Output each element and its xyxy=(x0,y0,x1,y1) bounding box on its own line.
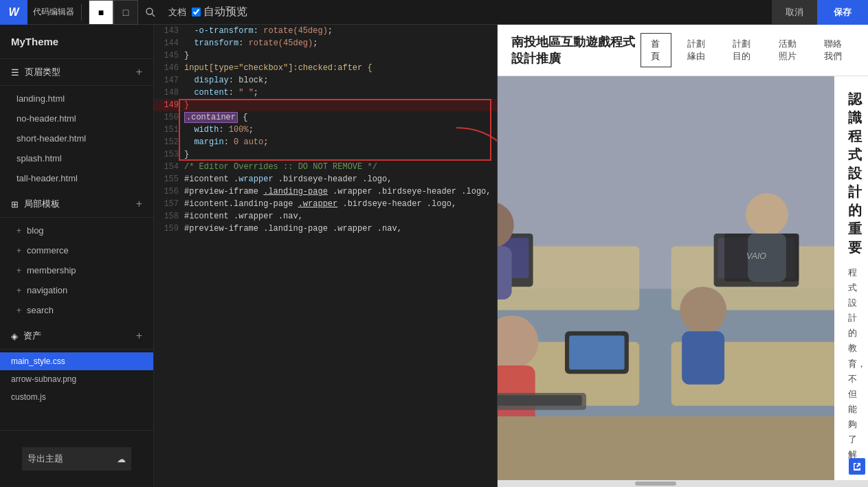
preview-nav: 首頁 計劃緣由 計劃目的 活動照片 聯絡我們 xyxy=(641,33,854,67)
plus-icon: + xyxy=(16,306,21,315)
assets-icon: ◈ xyxy=(11,331,18,341)
item-label: splash.html xyxy=(16,153,62,163)
sidebar: MyTheme ☰ 页眉类型 + landing.html no-header.… xyxy=(0,25,154,487)
sidebar-item-commerce[interactable]: + commerce xyxy=(0,240,153,260)
line-num: 143 xyxy=(157,25,179,37)
theme-name: MyTheme xyxy=(0,25,153,59)
code-line-151: 151 width: 100%; xyxy=(154,124,497,136)
line-num: 146 xyxy=(157,62,179,74)
line-num: 149 xyxy=(157,99,179,111)
code-editor[interactable]: 143 -o-transform: rotate(45deg); 144 tra… xyxy=(154,25,498,487)
cancel-button[interactable]: 取消 xyxy=(772,0,817,25)
item-label: commerce xyxy=(27,245,69,256)
code-content: .container { xyxy=(184,111,247,124)
plus-icon: + xyxy=(16,266,21,275)
code-content: #icontent.landing-page .wrapper .birdsey… xyxy=(184,198,456,210)
nav-item-photos[interactable]: 活動照片 xyxy=(768,33,809,67)
svg-rect-16 xyxy=(498,247,512,299)
auto-preview-toggle[interactable]: 自动预览 xyxy=(192,5,247,19)
sidebar-section-assets[interactable]: ◈ 资产 + xyxy=(0,323,153,350)
export-section: 导出主题 ☁ xyxy=(0,430,153,487)
sidebar-asset-custom-js[interactable]: custom.js xyxy=(0,388,153,406)
page-types-label: 页眉类型 xyxy=(25,66,60,78)
line-num: 159 xyxy=(157,223,179,235)
toolbar-search-btn[interactable] xyxy=(138,0,163,25)
external-link-btn[interactable] xyxy=(849,458,865,475)
plus-icon: + xyxy=(16,226,21,236)
sidebar-item-navigation[interactable]: + navigation xyxy=(0,280,153,300)
article-title: 認識程式設計的重要 xyxy=(848,90,854,257)
preview-image: VAIO xyxy=(498,76,834,480)
line-num: 147 xyxy=(157,74,179,87)
code-content: } xyxy=(184,99,189,111)
code-content: #icontent .wrapper .birdseye-header .log… xyxy=(184,173,392,185)
sidebar-item-tall-header[interactable]: tall-header.html xyxy=(0,168,153,188)
sidebar-item-short-header[interactable]: short-header.html xyxy=(0,128,153,148)
sidebar-asset-main-style[interactable]: main_style.css xyxy=(0,352,153,370)
export-label: 导出主题 xyxy=(27,453,63,465)
line-num: 144 xyxy=(157,37,179,49)
assets-add-btn[interactable]: + xyxy=(136,330,142,342)
export-theme-button[interactable]: 导出主题 ☁ xyxy=(22,447,131,471)
main-layout: MyTheme ☰ 页眉类型 + landing.html no-header.… xyxy=(0,25,868,487)
line-num: 152 xyxy=(157,136,179,148)
article-body: 程式設計的教育，不但能夠了解電腦的邏輯思維，培養解決問題的能力，更能進一步駕馭科… xyxy=(848,265,854,480)
svg-point-17 xyxy=(746,193,788,236)
sidebar-item-splash[interactable]: splash.html xyxy=(0,148,153,168)
line-num: 148 xyxy=(157,87,179,99)
svg-point-0 xyxy=(146,8,153,14)
sidebar-item-landing[interactable]: landing.html xyxy=(0,89,153,109)
doc-label: 文档 xyxy=(168,6,186,19)
sidebar-item-no-header[interactable]: no-header.html xyxy=(0,109,153,128)
line-num: 153 xyxy=(157,148,179,161)
code-line-158: 158 #icontent .wrapper .nav, xyxy=(154,210,497,223)
code-content: margin: 0 auto; xyxy=(184,136,268,148)
classroom-svg: VAIO xyxy=(498,76,834,480)
plus-icon: + xyxy=(16,246,21,256)
section-title-assets: ◈ 资产 xyxy=(11,330,41,342)
code-line-143: 143 -o-transform: rotate(45deg); xyxy=(154,25,497,37)
code-content: transform: rotate(45deg); xyxy=(184,37,318,49)
nav-item-goal[interactable]: 計劃目的 xyxy=(722,33,763,67)
item-label: blog xyxy=(27,225,44,236)
search-icon xyxy=(145,7,156,18)
save-button[interactable]: 保存 xyxy=(817,0,868,25)
sidebar-item-membership[interactable]: + membership xyxy=(0,260,153,280)
section-title-partial: ⊞ 局部模板 xyxy=(11,198,60,210)
svg-text:VAIO: VAIO xyxy=(746,251,766,261)
code-content: /* Editor Overrides :: DO NOT REMOVE */ xyxy=(184,161,377,173)
line-num: 151 xyxy=(157,124,179,136)
black-mode-btn[interactable]: ■ xyxy=(89,0,113,25)
sidebar-asset-arrow-subnav[interactable]: arrow-subnav.png xyxy=(0,370,153,388)
nav-item-reason[interactable]: 計劃緣由 xyxy=(677,33,717,67)
svg-rect-24 xyxy=(498,395,582,405)
preview-scrollbar[interactable] xyxy=(498,480,868,487)
preview-content: VAIO 認識程式設計的重要 程式設計的教育，不但能夠了解電腦的邏輯思維，培養解… xyxy=(498,76,868,480)
code-content: input[type="checkbox"]:checked:after { xyxy=(184,62,372,74)
sidebar-item-search[interactable]: + search xyxy=(0,300,153,320)
page-types-add-btn[interactable]: + xyxy=(136,66,142,78)
toolbar: W 代码编辑器 ■ □ 文档 自动预览 取消 保存 xyxy=(0,0,868,25)
code-content: #preview-iframe .landing-page .wrapper .… xyxy=(184,185,491,198)
asset-items: main_style.css arrow-subnav.png custom.j… xyxy=(0,350,153,409)
nav-item-contact[interactable]: 聯絡我們 xyxy=(814,33,854,67)
line-num: 154 xyxy=(157,161,179,173)
code-line-146: 146 input[type="checkbox"]:checked:after… xyxy=(154,62,497,74)
code-content: } xyxy=(184,49,189,62)
auto-preview-checkbox[interactable] xyxy=(192,8,201,16)
preview-header: 南投地區互動遊戲程式設計推廣 首頁 計劃緣由 計劃目的 活動照片 聯絡我們 xyxy=(498,25,868,76)
sidebar-section-partial-templates[interactable]: ⊞ 局部模板 + xyxy=(0,191,153,218)
item-label: no-header.html xyxy=(16,113,76,124)
partial-add-btn[interactable]: + xyxy=(136,198,142,210)
sidebar-item-blog[interactable]: + blog xyxy=(0,220,153,240)
code-line-148: 148 content: " "; xyxy=(154,87,497,99)
app-logo: W xyxy=(0,0,27,25)
nav-item-home[interactable]: 首頁 xyxy=(641,33,671,67)
white-mode-btn[interactable]: □ xyxy=(113,0,138,25)
sidebar-section-page-types[interactable]: ☰ 页眉类型 + xyxy=(0,59,153,86)
app-title: 代码编辑器 xyxy=(33,6,74,18)
item-label: search xyxy=(27,305,54,315)
page-types-items: landing.html no-header.html short-header… xyxy=(0,86,153,191)
external-link-icon xyxy=(852,462,862,471)
code-content: -o-transform: rotate(45deg); xyxy=(184,25,333,37)
